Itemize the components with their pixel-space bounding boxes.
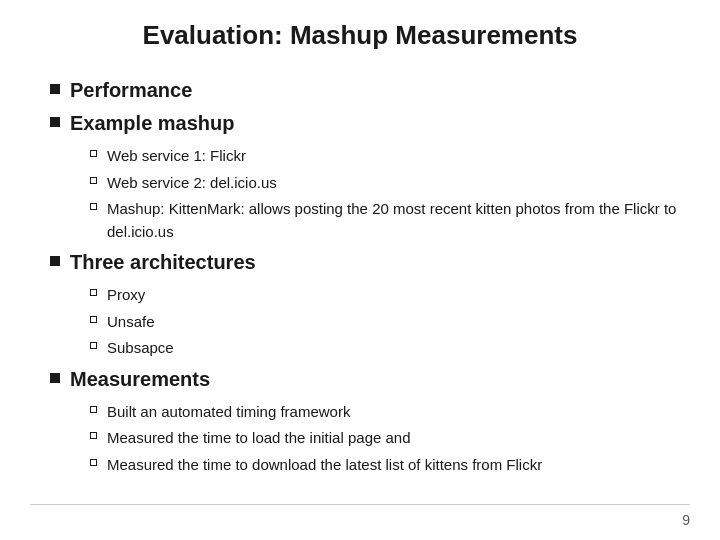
sub-bullet-icon — [90, 177, 97, 184]
list-item: Proxy — [90, 284, 680, 307]
sub-item-label: Measured the time to load the initial pa… — [107, 427, 411, 450]
sub-item-label: Built an automated timing framework — [107, 401, 350, 424]
list-item: Unsafe — [90, 311, 680, 334]
section-example-mashup-label: Example mashup — [70, 112, 235, 135]
section-example-mashup: Example mashup — [50, 112, 680, 135]
sub-item-label: Mashup: KittenMark: allows posting the 2… — [107, 198, 680, 243]
sub-bullet-icon — [90, 289, 97, 296]
slide: Evaluation: Mashup Measurements Performa… — [0, 0, 720, 540]
list-item: Mashup: KittenMark: allows posting the 2… — [90, 198, 680, 243]
bullet-icon — [50, 256, 60, 266]
sub-item-label: Measured the time to download the latest… — [107, 454, 542, 477]
content-area: Performance Example mashup Web service 1… — [40, 79, 680, 476]
sub-bullet-icon — [90, 203, 97, 210]
sub-item-label: Proxy — [107, 284, 145, 307]
list-item: Built an automated timing framework — [90, 401, 680, 424]
sub-bullet-icon — [90, 150, 97, 157]
section-performance-label: Performance — [70, 79, 192, 102]
sub-bullet-icon — [90, 459, 97, 466]
list-item: Web service 1: Flickr — [90, 145, 680, 168]
example-mashup-sublist: Web service 1: Flickr Web service 2: del… — [90, 145, 680, 243]
list-item: Subsapce — [90, 337, 680, 360]
bullet-icon — [50, 373, 60, 383]
bullet-icon — [50, 84, 60, 94]
list-item: Measured the time to download the latest… — [90, 454, 680, 477]
section-measurements-label: Measurements — [70, 368, 210, 391]
bullet-icon — [50, 117, 60, 127]
sub-item-label: Unsafe — [107, 311, 155, 334]
list-item: Measured the time to load the initial pa… — [90, 427, 680, 450]
sub-item-label: Subsapce — [107, 337, 174, 360]
section-three-architectures-label: Three architectures — [70, 251, 256, 274]
page-number: 9 — [682, 512, 690, 528]
section-three-architectures: Three architectures — [50, 251, 680, 274]
section-performance: Performance — [50, 79, 680, 102]
sub-bullet-icon — [90, 406, 97, 413]
divider — [30, 504, 690, 506]
sub-bullet-icon — [90, 432, 97, 439]
sub-item-label: Web service 1: Flickr — [107, 145, 246, 168]
section-measurements: Measurements — [50, 368, 680, 391]
measurements-sublist: Built an automated timing framework Meas… — [90, 401, 680, 477]
list-item: Web service 2: del.icio.us — [90, 172, 680, 195]
sub-bullet-icon — [90, 316, 97, 323]
three-architectures-sublist: Proxy Unsafe Subsapce — [90, 284, 680, 360]
sub-item-label: Web service 2: del.icio.us — [107, 172, 277, 195]
slide-title: Evaluation: Mashup Measurements — [40, 20, 680, 59]
sub-bullet-icon — [90, 342, 97, 349]
